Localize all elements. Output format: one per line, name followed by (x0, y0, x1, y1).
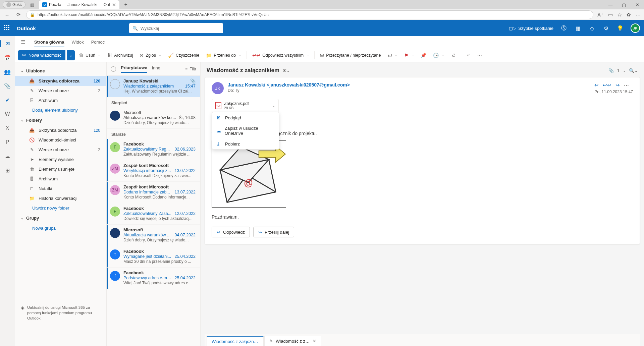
zoom-icon[interactable]: 🔍⌄ (629, 68, 638, 73)
message-item[interactable]: MicrosoftAktualizacja warunków ...04.07.… (107, 225, 200, 246)
tips-icon[interactable]: ◇ (588, 25, 596, 32)
rail-powerpoint-icon[interactable]: P (3, 137, 12, 147)
attachment-icon[interactable]: 📎 (608, 68, 614, 73)
reply-button[interactable]: ↩Odpowiedz (212, 227, 250, 237)
snooze-button[interactable]: 🕒⌄ (430, 50, 447, 60)
read-unread-button[interactable]: ✉Przeczytane / nieprzeczytane (317, 50, 383, 60)
more-actions-icon[interactable]: ⋯ (624, 82, 629, 88)
guest-profile-chip[interactable]: Gość (3, 1, 25, 8)
folder-archive[interactable]: 🗄Archiwum (15, 174, 106, 184)
print-button[interactable]: 🖨 (448, 50, 458, 60)
attachment-download[interactable]: ⤓Pobierz (212, 138, 279, 149)
folder-junk[interactable]: 🚫Wiadomości-śmieci (15, 135, 106, 145)
message-item[interactable]: ZMZespół kont MicrosoftDodano informacje… (107, 182, 200, 203)
app-launcher-icon[interactable] (4, 25, 11, 32)
bottom-tab-1[interactable]: Wiadomość z załącznikiem (207, 336, 264, 346)
sweep-button[interactable]: 🧹Czyszczenie (165, 50, 202, 60)
folder-drafts[interactable]: ✎Wersje robocze2 (15, 145, 106, 155)
close-tab-icon[interactable]: ✕ (112, 2, 116, 7)
menu-view[interactable]: Widok (72, 40, 84, 45)
delete-button[interactable]: 🗑Usuń⌄ (76, 50, 103, 60)
fav-inbox[interactable]: 📥Skrzynka odbiorcza120 (15, 76, 106, 86)
skype-icon[interactable]: Ⓢ (560, 25, 568, 32)
menu-help[interactable]: Pomoc (91, 40, 105, 45)
chevron-down-icon[interactable]: ⌄ (623, 69, 626, 72)
new-message-button[interactable]: ✉ Nowa wiadomość (18, 50, 65, 60)
message-item[interactable]: fFacebookPodstawowy adres e-ma...25.04.2… (107, 268, 200, 289)
groups-header[interactable]: ⌄Grupy (15, 213, 106, 223)
attachment-save-onedrive[interactable]: ☁Zapisz w usłudze OneDrive (212, 123, 279, 138)
settings-icon[interactable]: ⚙ (602, 25, 610, 32)
quick-meeting-button[interactable]: ▢▷ Szybkie spotkanie (509, 26, 553, 31)
reply-all-icon[interactable]: ↩↩ (603, 82, 611, 88)
rail-onedrive-icon[interactable]: ☁ (3, 152, 12, 161)
forward-button[interactable]: ↪Prześlij dalej (253, 227, 294, 237)
fav-archive[interactable]: 🗄Archiwum (15, 96, 106, 105)
rail-todo-icon[interactable]: ✔ (3, 95, 12, 105)
folders-header[interactable]: ⌄Foldery (15, 115, 106, 125)
pin-button[interactable]: 📌 (418, 50, 429, 60)
folder-inbox[interactable]: 📥Skrzynka odbiorcza120 (15, 125, 106, 135)
message-item[interactable]: fFacebookWymagane jest działani...25.04.… (107, 246, 200, 268)
undo-button[interactable]: ↶ (464, 50, 473, 60)
maximize-button[interactable]: ▢ (617, 0, 631, 9)
rail-word-icon[interactable]: W (3, 109, 12, 119)
url-field[interactable]: 🔒 https://outlook.live.com/mail/0/inbox/… (26, 10, 593, 19)
minimize-button[interactable]: — (604, 0, 617, 9)
subject-badge-icon[interactable]: ✉⌄ (283, 68, 290, 73)
back-button[interactable]: ← (3, 12, 11, 18)
message-item[interactable]: ZMZespół kont MicrosoftWeryfikacja infor… (107, 160, 200, 182)
new-group-link[interactable]: Nowa grupa (15, 223, 106, 233)
browser-tab-outlook[interactable]: O Poczta — Janusz Kowalski — Out ✕ (39, 0, 119, 9)
select-all-checkbox[interactable] (111, 66, 116, 72)
search-box[interactable]: 🔍 (129, 23, 223, 33)
message-item[interactable]: MicrosoftAktualizacja warunków kor...Śr,… (107, 107, 200, 129)
refresh-button[interactable]: ⟳ (15, 12, 22, 18)
help-icon[interactable]: 💡 (616, 25, 624, 32)
new-message-chevron[interactable]: ⌄ (67, 50, 75, 60)
rail-mail-icon[interactable]: ✉ (3, 39, 12, 48)
reply-icon[interactable]: ↩ (594, 82, 599, 88)
folder-sent[interactable]: ➤Elementy wysłane (15, 155, 106, 164)
folder-conv-history[interactable]: 📁Historia konwersacji (15, 193, 106, 203)
close-window-button[interactable]: ✕ (631, 0, 644, 9)
folder-deleted[interactable]: 🗑Elementy usunięte (15, 164, 106, 174)
add-favorite-link[interactable]: Dodaj element ulubiony (15, 105, 106, 115)
close-icon[interactable]: ✕ (313, 339, 316, 344)
favorites-icon[interactable]: ✩ (618, 12, 622, 18)
attachment-chip[interactable]: PDF Załącznik.pdf 28 KB ⌄ 🗎Podgląd ☁Zapi… (212, 99, 279, 112)
filter-button[interactable]: ≡Filtr (185, 67, 196, 71)
folder-notes[interactable]: 🗒Notatki (15, 184, 106, 193)
tab-overview-button[interactable]: ▥ (28, 1, 37, 8)
message-list[interactable]: Janusz Kowalski📎Wiadomość z załącznikiem… (107, 76, 200, 346)
rail-people-icon[interactable]: 👥 (3, 67, 12, 76)
message-item[interactable]: FFacebookZaktualizowaliśmy Reg...02.06.2… (107, 139, 200, 160)
read-aloud-icon[interactable]: A⁺ (597, 12, 603, 18)
rail-files-icon[interactable]: 📎 (3, 81, 12, 91)
tag-button[interactable]: 🏷⌄ (385, 50, 400, 60)
menu-home[interactable]: Strona główna (34, 40, 64, 47)
hamburger-icon[interactable]: ☰ (21, 39, 25, 45)
new-folder-link[interactable]: Utwórz nowy folder (15, 203, 106, 213)
forward-icon[interactable]: ↪ (615, 82, 620, 88)
rail-excel-icon[interactable]: X (3, 123, 12, 133)
flag-button[interactable]: ⚑⌄ (401, 50, 417, 60)
tab-other[interactable]: Inne (152, 65, 160, 72)
account-avatar[interactable]: JK (631, 23, 640, 33)
message-item[interactable]: FFacebookZaktualizowaliśmy Zasa...12.07.… (107, 203, 200, 225)
archive-button[interactable]: 🗄Archiwizuj (105, 50, 136, 60)
tab-focused[interactable]: Priorytetowe (121, 65, 147, 73)
upgrade-promo[interactable]: ◈ Uaktualnij do usługi Microsoft 365 za … (15, 300, 106, 326)
fav-drafts[interactable]: ✎Wersje robocze2 (15, 86, 106, 96)
report-button[interactable]: ⊘Zgłoś⌄ (137, 50, 164, 60)
rail-calendar-icon[interactable]: 📅 (3, 53, 12, 62)
more-button[interactable]: ⋯ (475, 50, 485, 60)
from-line[interactable]: Janusz Kowalski <januszkowalski020507@gm… (228, 82, 590, 88)
chevron-down-icon[interactable]: ⌄ (272, 104, 275, 108)
reply-all-button[interactable]: ↩↩Odpowiedz wszystkim⌄ (250, 50, 312, 60)
extensions-icon[interactable]: ✿ (627, 12, 631, 18)
collections-icon[interactable]: ▭ (608, 12, 613, 18)
teams-icon[interactable]: ▦ (574, 25, 582, 32)
sender-avatar[interactable]: JK (212, 82, 224, 94)
new-tab-button[interactable]: + (121, 2, 130, 8)
